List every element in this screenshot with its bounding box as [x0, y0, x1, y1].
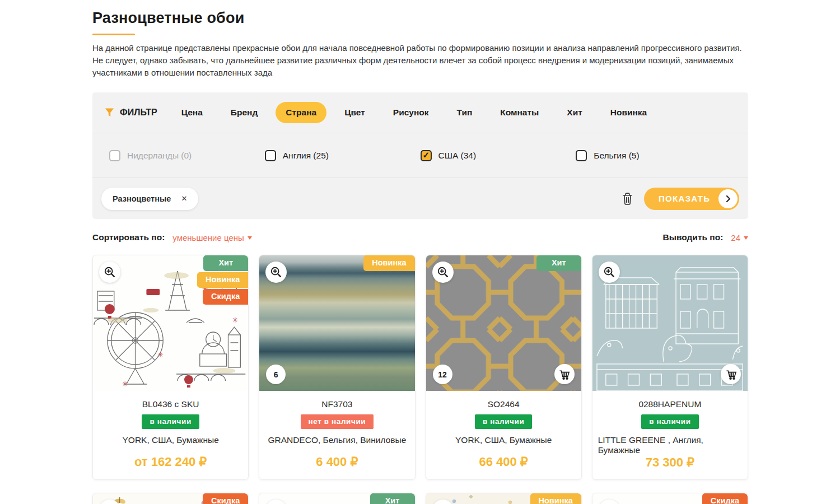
filter-tab-new[interactable]: Новинка [600, 102, 657, 123]
filter-tab-color[interactable]: Цвет [334, 102, 375, 123]
product-info: 0288HAPENUM в наличии LITTLE GREENE , Ан… [592, 391, 748, 480]
active-filter-chip[interactable]: Разноцветные ✕ [101, 188, 198, 210]
title-underline [92, 34, 135, 35]
checkbox-unchecked-icon[interactable] [109, 150, 120, 161]
filter-tab-brand[interactable]: Бренд [221, 102, 268, 123]
zoom-preview-button[interactable] [432, 262, 454, 283]
badge-stack: Хит [536, 255, 581, 271]
close-icon[interactable]: ✕ [181, 194, 187, 203]
filter-panel: ФИЛЬТР Цена Бренд Страна Цвет Рисунок Ти… [92, 92, 748, 219]
product-card: Хит 12 SO2464 в наличии YORK, США, Бумаж… [426, 255, 582, 480]
sort-label: Сортировать по: [92, 232, 165, 242]
zoom-preview-button[interactable] [599, 262, 620, 283]
product-name[interactable]: BL0436 с SKU [142, 399, 199, 409]
country-label: Бельгия (5) [594, 151, 639, 161]
filter-heading-label: ФИЛЬТР [120, 108, 157, 118]
page-title: Разноцветные обои [92, 10, 748, 27]
country-options-row: Нидерланды (0) Англия (25) США (34) Бель… [92, 133, 748, 178]
zoom-preview-button[interactable] [99, 262, 120, 283]
filter-tabs-row: ФИЛЬТР Цена Бренд Страна Цвет Рисунок Ти… [92, 92, 748, 133]
chip-label: Разноцветные [113, 194, 171, 203]
availability-badge: в наличии [641, 414, 698, 429]
product-grid: Хит Новинка Скидка BL0436 с SKU в наличи… [92, 255, 748, 504]
badge-stack: Новинка [363, 255, 414, 271]
badge-stack: Хит [370, 493, 415, 504]
product-image-watercolor-landscape[interactable]: Новинка 6 [259, 255, 414, 391]
product-info: NF3703 нет в наличии GRANDECO, Бельгия, … [259, 391, 414, 479]
product-card: 0288HAPENUM в наличии LITTLE GREENE , Ан… [592, 255, 748, 480]
country-option-belgium[interactable]: Бельгия (5) [576, 150, 731, 161]
hit-badge: Хит [370, 493, 415, 504]
product-image-paris-landmarks-sketch[interactable]: Хит Новинка Скидка [93, 255, 248, 391]
checkbox-unchecked-icon[interactable] [265, 150, 276, 161]
product-card: Новинка 6 NF3703 нет в наличии GRANDECO,… [259, 255, 415, 480]
zoom-preview-button[interactable] [432, 500, 454, 504]
product-info: BL0436 с SKU в наличии YORK, США, Бумажн… [93, 391, 248, 479]
product-image-gold-geometric-lattice[interactable]: Хит 12 [426, 255, 581, 391]
filter-heading: ФИЛЬТР [105, 108, 157, 118]
country-option-netherlands[interactable]: Нидерланды (0) [109, 150, 265, 161]
product-price: 73 300 ₽ [646, 455, 694, 470]
show-results-button[interactable]: ПОКАЗАТЬ [644, 188, 739, 210]
filter-tab-price[interactable]: Цена [171, 102, 213, 123]
triangle-down-icon [744, 236, 748, 240]
product-image-butterflies[interactable]: Скидка [93, 493, 248, 504]
checkbox-unchecked-icon[interactable] [576, 150, 587, 161]
sort-dropdown[interactable]: уменьшение цены [172, 233, 251, 242]
new-badge: Новинка [530, 493, 581, 504]
sort-value: уменьшение цены [172, 233, 244, 242]
country-option-england[interactable]: Англия (25) [265, 150, 421, 161]
product-card: Новинка [426, 493, 582, 504]
product-name[interactable]: NF3703 [321, 399, 352, 409]
product-meta: YORK, США, Бумажные [455, 435, 552, 445]
magnifier-plus-icon [437, 266, 449, 278]
filter-tab-hit[interactable]: Хит [557, 102, 592, 123]
product-price: 6 400 ₽ [316, 455, 358, 469]
badge-stack: Скидка [702, 493, 748, 504]
country-option-usa[interactable]: США (34) [421, 150, 576, 161]
add-to-cart-button[interactable] [554, 364, 575, 384]
filter-tab-type[interactable]: Тип [447, 102, 483, 123]
product-image-white-houses-toile[interactable] [592, 255, 748, 391]
product-card: Хит [259, 493, 415, 504]
clear-filters-button[interactable] [619, 189, 636, 208]
country-label: Англия (25) [283, 151, 329, 161]
country-label: США (34) [438, 151, 477, 161]
cart-icon [558, 368, 570, 380]
list-toolbar: Сортировать по: уменьшение цены Выводить… [92, 232, 748, 242]
availability-badge: нет в наличии [301, 414, 374, 429]
product-card: Хит Новинка Скидка BL0436 с SKU в наличи… [92, 255, 249, 480]
product-price: от 162 240 ₽ [134, 455, 207, 469]
product-info: SO2464 в наличии YORK, США, Бумажные 66 … [426, 391, 581, 479]
triangle-down-icon [248, 236, 252, 240]
add-to-cart-button[interactable] [721, 364, 741, 384]
catalog-page: Разноцветные обои На данной странице пре… [92, 0, 748, 504]
product-image-paris-landmarks-sketch[interactable]: Скидка [592, 493, 748, 504]
product-image-light-floral[interactable]: Новинка [426, 493, 581, 504]
product-image-paris-landmarks-sketch[interactable]: Хит [259, 493, 414, 504]
product-name[interactable]: 0288HAPENUM [638, 399, 701, 409]
per-page-value: 24 [731, 233, 740, 242]
product-meta: GRANDECO, Бельгия, Виниловые [268, 435, 406, 445]
sort-control: Сортировать по: уменьшение цены [92, 232, 252, 242]
product-card: Скидка [592, 493, 748, 504]
badge-stack: Новинка [530, 493, 581, 504]
chevron-right-icon [718, 189, 738, 208]
new-badge: Новинка [197, 272, 248, 288]
badge-stack: Хит Новинка Скидка [197, 255, 248, 305]
filter-tab-rooms[interactable]: Комнаты [490, 102, 549, 123]
variant-count-badge: 6 [266, 365, 286, 384]
product-price: 66 400 ₽ [479, 455, 528, 469]
product-meta: YORK, США, Бумажные [122, 435, 218, 445]
sale-badge: Скидка [203, 493, 248, 504]
product-meta: LITTLE GREENE , Англия, Бумажные [598, 435, 742, 455]
sale-badge: Скидка [702, 493, 748, 504]
filter-tab-country[interactable]: Страна [276, 102, 326, 123]
checkbox-checked-icon[interactable] [421, 150, 432, 161]
variant-count-badge: 12 [433, 365, 452, 384]
zoom-preview-button[interactable] [265, 262, 287, 283]
product-name[interactable]: SO2464 [488, 399, 520, 409]
magnifier-plus-icon [104, 266, 116, 278]
per-page-dropdown[interactable]: 24 [731, 233, 748, 242]
filter-tab-pattern[interactable]: Рисунок [383, 102, 439, 123]
